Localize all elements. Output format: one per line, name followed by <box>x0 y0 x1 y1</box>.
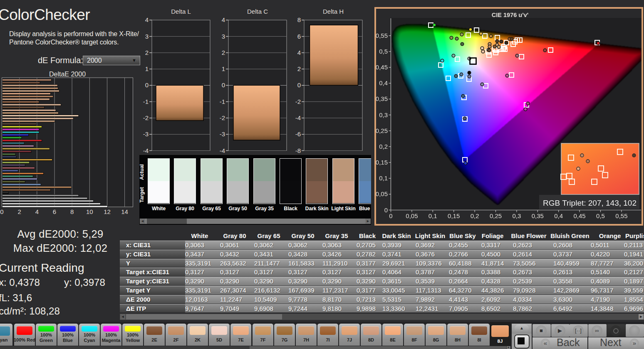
svg-text:1: 1 <box>145 65 149 72</box>
svg-text:0,35: 0,35 <box>376 95 388 102</box>
svg-text:0,1: 0,1 <box>379 174 388 182</box>
svg-text:2: 2 <box>145 49 149 56</box>
svg-text:2: 2 <box>18 208 21 215</box>
svg-text:0,55: 0,55 <box>615 212 627 219</box>
svg-text:0,35: 0,35 <box>532 212 544 219</box>
svg-text:DeltaE 2000: DeltaE 2000 <box>49 71 86 78</box>
svg-text:10: 10 <box>86 208 93 215</box>
svg-text:0,45: 0,45 <box>573 212 585 219</box>
svg-text:-1: -1 <box>220 98 225 105</box>
svg-text:0,2: 0,2 <box>471 212 479 219</box>
svg-text:Delta C: Delta C <box>247 8 268 15</box>
svg-text:CIE 1976 u'v': CIE 1976 u'v' <box>492 12 528 18</box>
svg-text:-8: -8 <box>295 147 301 154</box>
svg-text:-2: -2 <box>220 114 225 121</box>
svg-text:-2: -2 <box>143 114 149 121</box>
svg-text:2: 2 <box>222 49 225 56</box>
svg-text:4: 4 <box>297 49 301 56</box>
svg-text:3: 3 <box>145 33 149 40</box>
svg-text:0: 0 <box>297 81 301 88</box>
svg-text:4: 4 <box>222 16 225 23</box>
svg-text:14: 14 <box>121 208 128 215</box>
svg-text:0,25: 0,25 <box>490 212 502 219</box>
svg-text:0,3: 0,3 <box>379 111 388 118</box>
svg-text:-2: -2 <box>295 98 301 105</box>
svg-text:1: 1 <box>222 65 225 72</box>
svg-text:0,5: 0,5 <box>379 48 388 55</box>
svg-text:0,05: 0,05 <box>376 190 388 197</box>
svg-text:RGB Triplet: 207, 143, 102: RGB Triplet: 207, 143, 102 <box>543 199 637 207</box>
svg-text:0,3: 0,3 <box>512 212 521 219</box>
svg-text:0,05: 0,05 <box>406 212 418 219</box>
svg-text:0: 0 <box>222 81 225 88</box>
svg-text:0: 0 <box>384 206 388 214</box>
svg-text:Delta L: Delta L <box>171 8 191 15</box>
svg-text:-4: -4 <box>143 147 149 154</box>
svg-text:0,5: 0,5 <box>596 212 605 219</box>
svg-text:8: 8 <box>297 16 301 23</box>
svg-text:0,4: 0,4 <box>554 212 563 219</box>
svg-text:6: 6 <box>53 208 56 215</box>
svg-text:-6: -6 <box>295 130 301 138</box>
svg-text:0,4: 0,4 <box>379 79 388 86</box>
svg-text:0: 0 <box>389 212 392 219</box>
svg-text:-4: -4 <box>295 114 301 121</box>
svg-text:2: 2 <box>297 65 301 72</box>
svg-text:0,2: 0,2 <box>379 143 388 150</box>
svg-text:-1: -1 <box>143 98 149 105</box>
svg-text:0,55: 0,55 <box>376 32 388 39</box>
svg-text:12: 12 <box>104 208 111 215</box>
svg-text:4: 4 <box>145 16 149 23</box>
svg-text:0: 0 <box>145 81 149 88</box>
svg-text:0,15: 0,15 <box>376 159 388 166</box>
svg-text:Delta H: Delta H <box>323 8 344 15</box>
svg-text:0,1: 0,1 <box>429 212 437 219</box>
svg-text:-3: -3 <box>220 130 225 138</box>
svg-text:6: 6 <box>297 33 301 40</box>
svg-text:4: 4 <box>35 208 39 215</box>
svg-text:8: 8 <box>70 208 74 215</box>
svg-text:0,45: 0,45 <box>376 64 388 71</box>
svg-text:-3: -3 <box>143 130 149 138</box>
svg-text:0,15: 0,15 <box>448 212 460 219</box>
svg-text:-4: -4 <box>220 147 225 154</box>
svg-text:0: 0 <box>0 208 3 215</box>
svg-text:3: 3 <box>222 33 225 40</box>
svg-text:0,25: 0,25 <box>376 127 388 134</box>
